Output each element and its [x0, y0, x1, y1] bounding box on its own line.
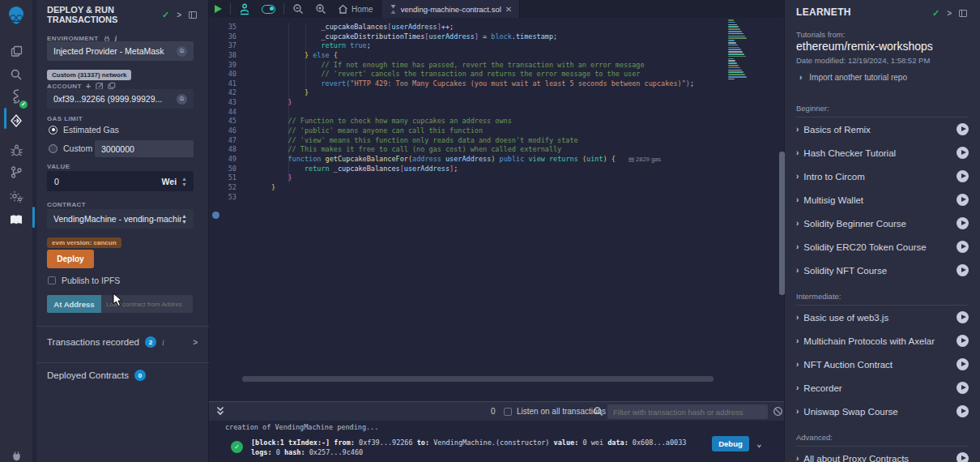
learneth-icon[interactable] — [0, 209, 32, 230]
settings-icon[interactable] — [0, 186, 32, 207]
pin-panel-icon[interactable] — [189, 11, 197, 19]
play-tutorial-icon[interactable] — [957, 241, 969, 253]
plugin-manager-icon[interactable] — [0, 445, 32, 462]
editor-minimap[interactable] — [727, 19, 748, 81]
transactions-info-icon[interactable]: i — [162, 338, 164, 347]
git-icon[interactable] — [0, 161, 32, 182]
listen-transactions-checkbox[interactable] — [504, 408, 512, 416]
terminal-log[interactable]: creation of VendingMachine pending... ✓ … — [209, 421, 784, 462]
debug-button[interactable]: Debug — [712, 436, 749, 451]
code-line[interactable]: } — [271, 183, 694, 193]
play-tutorial-icon[interactable] — [957, 217, 969, 229]
gutter-marker-dot[interactable] — [212, 212, 219, 219]
code-line[interactable]: revert("HTTP 429: Too Many Cupcakes (you… — [271, 79, 694, 89]
code-line[interactable]: } else { — [271, 51, 694, 61]
play-tutorial-icon[interactable] — [957, 358, 969, 370]
custom-gas-radio[interactable] — [49, 144, 58, 153]
tx-success-icon[interactable]: ✓ — [231, 441, 243, 453]
value-unit-select[interactable]: Wei — [162, 177, 177, 186]
line-number[interactable]: 42 — [209, 88, 236, 98]
play-tutorial-icon[interactable] — [957, 405, 969, 417]
deploy-button[interactable]: Deploy — [47, 250, 94, 268]
learneth-scrollbar[interactable] — [779, 152, 785, 295]
code-line[interactable]: // If not enough time has passed, revert… — [271, 61, 694, 71]
editor-horizontal-scrollbar[interactable] — [242, 376, 714, 382]
code-line[interactable]: } — [271, 98, 694, 108]
zoom-in-icon[interactable] — [309, 0, 332, 18]
line-number[interactable]: 48 — [209, 145, 236, 155]
code-line[interactable]: return _cupcakeBalances[userAddress]; — [271, 165, 694, 174]
account-select[interactable]: 0xf39...92266 (9999.99929... ⧉ — [47, 89, 194, 109]
play-tutorial-icon[interactable] — [957, 382, 969, 394]
line-number[interactable]: 49 — [209, 155, 236, 165]
line-number[interactable]: 41 — [209, 79, 236, 89]
account-copy-icon[interactable]: ⧉ — [177, 94, 187, 105]
remix-logo-icon[interactable] — [0, 5, 32, 24]
environment-select[interactable]: Injected Provider - MetaMask ⧉ — [47, 41, 194, 61]
contract-select[interactable]: VendingMachine - vending-machin ▲▼ — [47, 209, 194, 229]
tutorial-item[interactable]: ›NFT Auction Contract — [785, 353, 980, 376]
code-line[interactable]: // 'view' means this function only reads… — [271, 136, 694, 146]
close-tab-icon[interactable]: ✕ — [505, 5, 512, 14]
editor-toggle-icon[interactable] — [256, 0, 281, 18]
line-number[interactable]: 43 — [209, 98, 236, 108]
code-line[interactable]: _cupcakeBalances[userAddress]++; — [271, 23, 694, 32]
line-number[interactable]: 44 — [209, 108, 236, 118]
tutorial-item[interactable]: ›All about Proxy Contracts — [785, 447, 980, 462]
code-line[interactable]: } — [271, 173, 694, 183]
publish-ipfs-checkbox[interactable] — [48, 276, 56, 284]
play-tutorial-icon[interactable] — [957, 264, 969, 276]
code-line[interactable] — [271, 193, 694, 203]
solidity-compiler-icon[interactable]: ✓ — [0, 86, 32, 107]
tutorial-item[interactable]: ›Basic use of web3.js — [785, 306, 980, 329]
code-line[interactable]: function getCupcakeBalanceFor(address us… — [271, 155, 694, 165]
line-number[interactable]: 47 — [209, 136, 236, 146]
code-line[interactable] — [271, 108, 694, 118]
walkthrough-person-icon[interactable] — [233, 0, 256, 18]
zoom-out-icon[interactable] — [287, 0, 309, 18]
value-input[interactable]: 0 — [47, 177, 162, 186]
line-number[interactable]: 40 — [209, 70, 236, 79]
line-number[interactable]: 37 — [209, 41, 236, 51]
tutorial-item[interactable]: ›Uniswap Swap Course — [785, 400, 980, 423]
tutorial-item[interactable]: ›Recorder — [785, 376, 980, 400]
tx-summary[interactable]: [block:1 txIndex:-] from: 0xf39...92266 … — [251, 438, 686, 457]
code-line[interactable]: // Function to check how many cupcakes a… — [271, 117, 694, 126]
value-unit-arrows-icon[interactable]: ▲▼ — [177, 176, 194, 187]
at-address-button[interactable]: At Address — [47, 295, 101, 313]
line-number[interactable]: 51 — [209, 173, 236, 183]
transactions-recorded-row[interactable]: Transactions recorded 2 i > — [47, 336, 198, 348]
tutorial-item[interactable]: ›Solidity ERC20 Token Course — [785, 235, 980, 259]
terminal-filter-input[interactable] — [607, 404, 768, 419]
play-tutorial-icon[interactable] — [957, 311, 969, 323]
code-line[interactable]: } — [271, 88, 694, 98]
collapse-panel-icon[interactable]: > — [947, 9, 952, 18]
line-number[interactable]: 50 — [209, 165, 236, 174]
transactions-expand-icon[interactable]: > — [193, 338, 198, 347]
custom-gas-input[interactable]: 3000000 — [95, 140, 194, 157]
import-tutorial-repo[interactable]: › Import another tutorial repo — [799, 73, 907, 82]
line-number[interactable]: 45 — [209, 117, 236, 126]
tutorial-item[interactable]: ›Solidity Beginner Course — [785, 212, 980, 235]
play-tutorial-icon[interactable] — [957, 170, 969, 182]
line-number[interactable]: 52 — [209, 183, 236, 193]
terminal-collapse-icon[interactable] — [215, 405, 225, 417]
clear-console-icon[interactable] — [773, 406, 783, 417]
code-editor[interactable]: 35363738394041424344454647484950515253 _… — [209, 18, 784, 401]
line-number[interactable]: 35 — [209, 23, 236, 32]
play-tutorial-icon[interactable] — [957, 194, 969, 206]
tx-expand-chevron-icon[interactable]: ⌄ — [756, 438, 762, 449]
line-number[interactable]: 53 — [209, 193, 236, 203]
debugger-icon[interactable] — [0, 139, 32, 160]
play-tutorial-icon[interactable] — [957, 147, 969, 159]
estimated-gas-radio[interactable] — [49, 126, 58, 135]
code-line[interactable]: // This makes it free to call (no gas co… — [271, 145, 694, 155]
tutorial-item[interactable]: ›Solidity NFT Course — [785, 259, 980, 282]
tutorial-item[interactable]: ›Intro to Circom — [785, 165, 980, 188]
file-explorer-icon[interactable] — [0, 41, 32, 62]
code-line[interactable]: _cupcakeDistributionTimes[userAddress] =… — [271, 32, 694, 42]
code-line[interactable]: // 'public' means anyone can call this f… — [271, 126, 694, 136]
collapse-panel-icon[interactable]: > — [177, 11, 181, 19]
tutorial-item[interactable]: ›Basics of Remix — [785, 118, 980, 141]
play-tutorial-icon[interactable] — [957, 452, 969, 462]
